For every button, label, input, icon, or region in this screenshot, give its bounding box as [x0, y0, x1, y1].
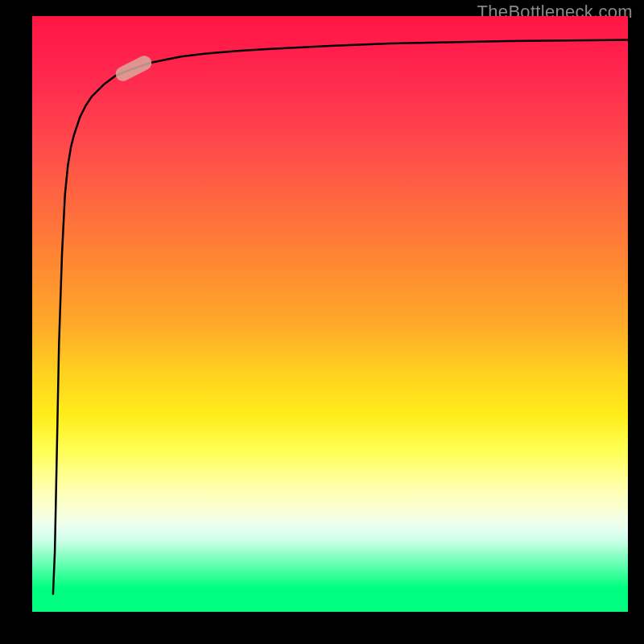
plot-area: [32, 16, 628, 612]
curve-svg: [32, 16, 628, 612]
bottleneck-curve: [53, 40, 628, 594]
chart-stage: TheBottleneck.com: [0, 0, 644, 644]
